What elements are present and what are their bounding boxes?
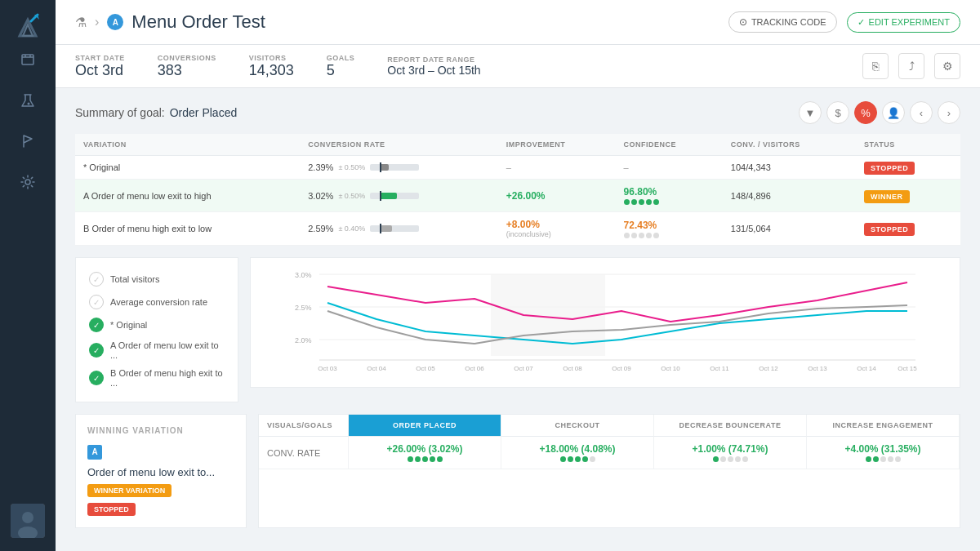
stats-bar: START DATE Oct 3rd CONVERSIONS 383 VISIT… bbox=[56, 45, 980, 88]
dot-3 bbox=[422, 456, 428, 462]
sidebar-item-settings[interactable] bbox=[11, 165, 45, 199]
order-placed-dots bbox=[408, 456, 443, 462]
svg-point-5 bbox=[28, 103, 30, 105]
dot-4 bbox=[888, 456, 893, 462]
col-confidence: CONFIDENCE bbox=[616, 134, 723, 156]
improvement-value: +26.00% bbox=[506, 190, 608, 202]
share-button[interactable]: ⤴ bbox=[898, 53, 924, 79]
settings-button[interactable]: ⚙ bbox=[934, 53, 960, 79]
dot-1 bbox=[866, 456, 871, 462]
svg-text:Oct 09: Oct 09 bbox=[612, 365, 631, 372]
sidebar-item-experiments[interactable] bbox=[11, 83, 45, 118]
summary-goal: Order Placed bbox=[170, 106, 237, 119]
goals-col-decrease-bounce[interactable]: DECREASE BOUNCERATE bbox=[654, 415, 807, 437]
tracking-code-button[interactable]: ⊙ TRACKING CODE bbox=[728, 11, 837, 33]
conv-visitors: 148/4,896 bbox=[723, 180, 856, 212]
goals-cell-engagement: +4.00% (31.35%) bbox=[807, 437, 960, 469]
bounce-value: +1.00% (74.71%) bbox=[692, 443, 768, 455]
rate-bar bbox=[370, 193, 419, 199]
legend-item[interactable]: ✓ Total visitors bbox=[86, 268, 228, 291]
legend-label: B Order of menu high exit to ... bbox=[110, 368, 225, 388]
edit-experiment-button[interactable]: ✓ EDIT EXPERIMENT bbox=[847, 12, 960, 33]
edit-label: EDIT EXPERIMENT bbox=[869, 17, 950, 27]
main-content: ⚗ › A Menu Order Test ⊙ TRACKING CODE ✓ … bbox=[56, 0, 980, 551]
conv-visitors: 104/4,343 bbox=[723, 156, 856, 180]
percent-button[interactable]: % bbox=[854, 101, 877, 124]
goals-value: 5 bbox=[327, 62, 355, 79]
table-row[interactable]: B Order of menu high exit to low 2.59% ±… bbox=[75, 212, 960, 246]
date-range-stat: REPORT DATE RANGE Oct 3rd – Oct 15th bbox=[387, 56, 480, 77]
confidence-dots bbox=[624, 199, 715, 205]
visitors-value: 14,303 bbox=[249, 62, 294, 79]
header-actions: ⊙ TRACKING CODE ✓ EDIT EXPERIMENT bbox=[728, 11, 960, 33]
dot-2 bbox=[873, 456, 879, 462]
rate-margin: ± 0.50% bbox=[338, 163, 365, 171]
rate-margin: ± 0.40% bbox=[338, 224, 365, 233]
page-title: Menu Order Test bbox=[131, 11, 265, 33]
table-row[interactable]: A Order of menu low exit to high 3.02% ±… bbox=[75, 180, 960, 212]
legend-item[interactable]: ✓ * Original bbox=[86, 313, 228, 336]
dot-4 bbox=[430, 456, 435, 462]
winner-variation-badge: WINNER VARIATION bbox=[87, 484, 172, 497]
sidebar bbox=[0, 0, 56, 551]
goals-label: GOALS bbox=[327, 54, 355, 62]
app-logo bbox=[13, 13, 42, 42]
legend-item[interactable]: ✓ Average conversion rate bbox=[86, 291, 228, 313]
improvement-sub: (inconclusive) bbox=[506, 230, 608, 238]
svg-text:2.5%: 2.5% bbox=[295, 304, 312, 312]
variation-name: A Order of menu low exit to high bbox=[75, 180, 300, 212]
confidence-dots bbox=[624, 233, 715, 238]
prev-button[interactable]: ‹ bbox=[910, 101, 933, 124]
date-range-value: Oct 3rd – Oct 15th bbox=[387, 64, 480, 77]
copy-button[interactable]: ⎘ bbox=[862, 53, 889, 79]
sidebar-item-flags[interactable] bbox=[11, 124, 45, 158]
variations-table: VARIATION CONVERSION RATE IMPROVEMENT CO… bbox=[75, 134, 960, 246]
col-status: STATUS bbox=[856, 134, 960, 156]
table-row[interactable]: * Original 2.39% ± 0.50% – – 104/4,343 S… bbox=[75, 156, 960, 180]
experiment-type-badge: A bbox=[107, 14, 123, 30]
dot-1 bbox=[408, 456, 413, 462]
status-cell: WINNER bbox=[856, 180, 960, 212]
user-avatar[interactable] bbox=[11, 504, 45, 538]
svg-text:Oct 10: Oct 10 bbox=[661, 365, 680, 372]
legend-label: * Original bbox=[110, 320, 147, 330]
goals-col-increase-engagement[interactable]: INCREASE ENGAGEMENT bbox=[807, 415, 960, 437]
person-button[interactable]: 👤 bbox=[882, 101, 905, 124]
confidence-dot-3 bbox=[646, 199, 652, 205]
separator: › bbox=[95, 15, 99, 29]
improvement-value: – bbox=[506, 162, 511, 172]
rate-text: 2.39% bbox=[308, 162, 333, 172]
next-button[interactable]: › bbox=[938, 101, 960, 124]
improvement-cell: +26.00% bbox=[498, 180, 616, 212]
winning-title: WINNING VARIATION bbox=[87, 426, 234, 435]
conversion-rate: 2.59% ± 0.40% bbox=[300, 212, 498, 246]
goals-cell-order: +26.00% (3.02%) bbox=[349, 437, 501, 469]
goals-col-order-placed[interactable]: ORDER PLACED bbox=[349, 415, 501, 437]
svg-point-6 bbox=[25, 180, 30, 184]
goals-stat: GOALS 5 bbox=[327, 54, 355, 79]
confidence-value: – bbox=[624, 162, 629, 172]
improvement-cell: +8.00%(inconclusive) bbox=[498, 212, 616, 246]
filter-button[interactable]: ▼ bbox=[799, 101, 822, 124]
winning-stopped-badge: STOPPED bbox=[87, 503, 136, 516]
legend-item[interactable]: ✓ A Order of menu low exit to ... bbox=[86, 336, 228, 364]
svg-text:Oct 11: Oct 11 bbox=[710, 365, 729, 372]
dollar-button[interactable]: $ bbox=[826, 101, 849, 124]
legend-check: ✓ bbox=[89, 295, 104, 309]
conversions-label: CONVERSIONS bbox=[158, 54, 216, 62]
svg-text:Oct 04: Oct 04 bbox=[367, 365, 386, 372]
legend-label: Average conversion rate bbox=[110, 297, 207, 307]
dot-4 bbox=[582, 456, 588, 462]
goals-col-checkout[interactable]: CHECKOUT bbox=[501, 415, 654, 437]
conversions-value: 383 bbox=[158, 62, 216, 79]
legend-item[interactable]: ✓ B Order of menu high exit to ... bbox=[86, 364, 228, 392]
svg-text:Oct 06: Oct 06 bbox=[465, 365, 484, 372]
svg-text:Oct 08: Oct 08 bbox=[563, 365, 582, 372]
chart-section: ✓ Total visitors ✓ Average conversion ra… bbox=[75, 257, 960, 402]
confidence-dot-4 bbox=[653, 199, 659, 205]
sidebar-item-files[interactable] bbox=[11, 42, 45, 77]
content-area: Summary of goal: Order Placed ▼ $ % 👤 ‹ … bbox=[56, 88, 980, 541]
checkout-dots bbox=[560, 456, 595, 462]
confidence-cell: 72.43% bbox=[616, 212, 723, 246]
col-variation: VARIATION bbox=[75, 134, 300, 156]
